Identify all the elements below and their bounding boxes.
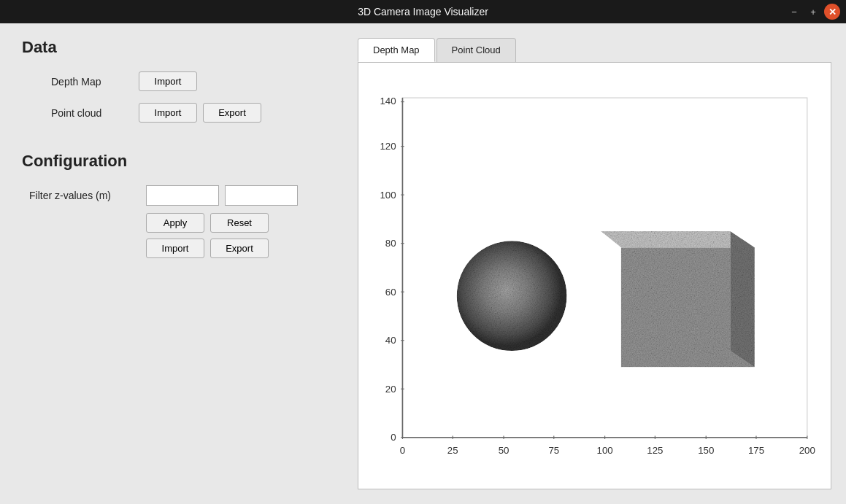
maximize-button[interactable]: +	[805, 4, 821, 20]
depth-map-import-button[interactable]: Import	[139, 71, 197, 91]
config-import-button[interactable]: Import	[146, 239, 204, 258]
tab-bar: Depth Map Point Cloud	[358, 38, 831, 62]
main-content: Data Depth Map Import Point cloud Import…	[0, 23, 846, 504]
svg-text:50: 50	[499, 445, 509, 456]
import-export-row: Import Export	[146, 239, 343, 258]
svg-text:40: 40	[385, 335, 396, 346]
reset-button[interactable]: Reset	[210, 213, 269, 233]
svg-text:125: 125	[647, 445, 663, 456]
minimize-button[interactable]: −	[786, 4, 802, 20]
filter-label: Filter z-values (m)	[29, 190, 146, 201]
right-panel: Depth Map Point Cloud 0 20 40 60 80 100 …	[358, 38, 831, 489]
point-cloud-export-button[interactable]: Export	[203, 103, 261, 123]
svg-text:0: 0	[391, 432, 396, 443]
apply-button[interactable]: Apply	[146, 213, 204, 233]
chart-svg: 0 20 40 60 80 100 120 140	[362, 70, 823, 481]
point-cloud-buttons: Import Export	[139, 103, 261, 123]
chart-container: 0 20 40 60 80 100 120 140	[358, 62, 831, 489]
data-section: Data Depth Map Import Point cloud Import…	[22, 38, 343, 123]
filter-min-input[interactable]	[146, 185, 219, 206]
depth-map-label: Depth Map	[51, 76, 139, 88]
depth-map-buttons: Import	[139, 71, 197, 91]
svg-text:120: 120	[380, 141, 396, 152]
sphere-shape	[457, 241, 567, 351]
svg-text:100: 100	[597, 445, 613, 456]
tab-point-cloud[interactable]: Point Cloud	[437, 38, 516, 62]
filter-max-input[interactable]	[225, 185, 298, 206]
svg-text:75: 75	[548, 445, 559, 456]
config-buttons: Apply Reset Import Export	[22, 213, 343, 258]
config-section: Configuration Filter z-values (m) Apply …	[22, 152, 343, 258]
point-cloud-label: Point cloud	[51, 107, 139, 119]
point-cloud-row: Point cloud Import Export	[22, 103, 343, 123]
svg-text:20: 20	[385, 384, 396, 395]
svg-text:200: 200	[799, 445, 815, 456]
data-section-title: Data	[22, 38, 343, 57]
svg-text:100: 100	[380, 190, 396, 201]
app-title: 3D Camera Image Visualizer	[358, 6, 488, 18]
svg-text:60: 60	[385, 287, 396, 298]
svg-text:175: 175	[748, 445, 764, 456]
filter-row: Filter z-values (m)	[22, 185, 343, 206]
left-panel: Data Depth Map Import Point cloud Import…	[22, 38, 343, 489]
point-cloud-import-button[interactable]: Import	[139, 103, 197, 123]
config-export-button[interactable]: Export	[210, 239, 269, 258]
config-section-title: Configuration	[22, 152, 343, 171]
close-button[interactable]: ✕	[824, 4, 840, 20]
tab-depth-map[interactable]: Depth Map	[358, 38, 435, 62]
filter-inputs	[146, 185, 298, 206]
box-right	[730, 231, 754, 367]
apply-reset-row: Apply Reset	[146, 213, 343, 233]
depth-map-row: Depth Map Import	[22, 71, 343, 91]
svg-text:0: 0	[400, 445, 405, 456]
svg-text:140: 140	[380, 96, 396, 106]
svg-text:80: 80	[385, 238, 396, 249]
svg-text:25: 25	[447, 445, 458, 456]
window-controls: − + ✕	[786, 4, 840, 20]
titlebar: 3D Camera Image Visualizer − + ✕	[0, 0, 846, 23]
svg-text:150: 150	[698, 445, 714, 456]
